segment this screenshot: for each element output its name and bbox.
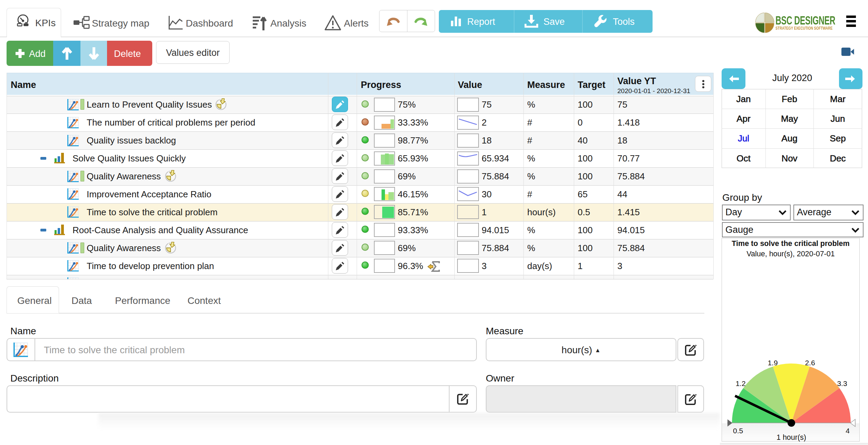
- svg-text:1.9: 1.9: [768, 359, 778, 367]
- svg-text:1.2: 1.2: [735, 379, 745, 387]
- svg-text:3.3: 3.3: [837, 379, 847, 387]
- svg-text:2.6: 2.6: [805, 359, 815, 367]
- svg-text:1 hour(s): 1 hour(s): [777, 433, 806, 442]
- svg-text:0.5: 0.5: [733, 427, 743, 435]
- svg-text:4: 4: [846, 427, 850, 435]
